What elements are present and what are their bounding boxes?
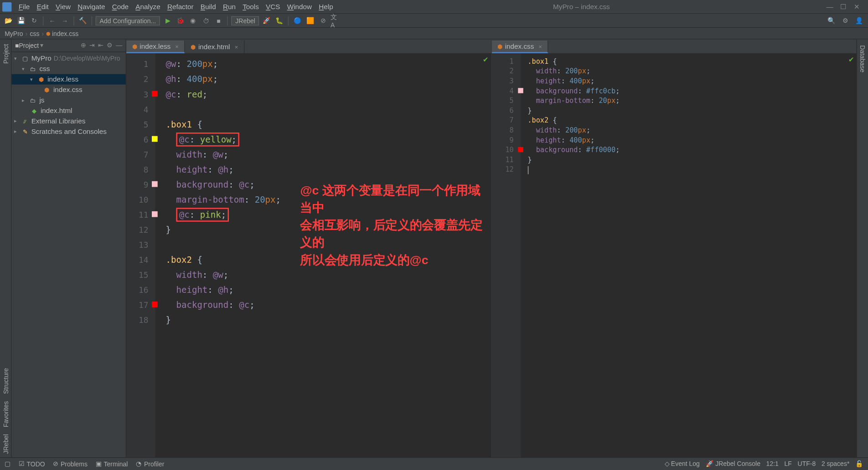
- search-icon[interactable]: 🔍: [826, 15, 837, 26]
- status-event-log[interactable]: ◇ Event Log: [665, 460, 700, 468]
- profile-icon[interactable]: ⏱: [201, 15, 211, 26]
- inspection-ok-icon: ✔: [848, 56, 854, 64]
- jrebel-debug-icon[interactable]: 🐛: [274, 15, 285, 26]
- breadcrumb-item[interactable]: MyPro: [5, 30, 23, 36]
- project-panel-title: Project: [19, 42, 39, 49]
- back-icon[interactable]: ←: [47, 15, 57, 26]
- panel-settings-icon[interactable]: ⚙: [107, 42, 113, 50]
- project-panel: ■ Project▾ ⊕ ⇥ ⇤ ⚙ — ▾▢MyProD:\Develop\W…: [11, 39, 126, 457]
- menu-vcs[interactable]: VCS: [262, 1, 284, 12]
- stop-icon[interactable]: ■: [213, 15, 224, 26]
- favorites-tool-tab[interactable]: Favorites: [2, 401, 9, 427]
- refresh-icon[interactable]: ↻: [29, 15, 40, 26]
- tree-item-scratches[interactable]: ▸✎Scratches and Consoles: [11, 126, 125, 137]
- editor-body-left[interactable]: 123456789101112131415161718 @w: 200px;@h…: [126, 53, 491, 457]
- settings-icon[interactable]: ⚙: [840, 15, 851, 26]
- open-icon[interactable]: 📂: [4, 15, 14, 26]
- forward-icon[interactable]: →: [60, 15, 70, 26]
- avatar-icon[interactable]: 👤: [854, 15, 864, 26]
- jrebel-tool-tab[interactable]: JRebel: [2, 434, 9, 454]
- status-icon[interactable]: ▢: [5, 460, 10, 468]
- status-jrebel-console[interactable]: 🚀 JRebel Console: [706, 460, 760, 468]
- tool-icon-2[interactable]: 🟧: [305, 15, 315, 26]
- tab-index-html[interactable]: ⬢index.html×: [185, 41, 244, 53]
- tab-index-css[interactable]: ⬢index.css×: [491, 41, 548, 53]
- minimize-button[interactable]: —: [826, 3, 833, 11]
- tool-icon-3[interactable]: ⊘: [318, 15, 328, 26]
- tab-index-less[interactable]: ⬢index.less×: [126, 41, 185, 53]
- database-tool-tab[interactable]: Database: [859, 45, 866, 72]
- left-tool-strip: Project Structure Favorites JRebel: [0, 39, 11, 457]
- breadcrumb-item[interactable]: css: [30, 30, 39, 36]
- run-config-dropdown[interactable]: Add Configuration...: [96, 16, 160, 25]
- editor-tabs-right: ⬢index.css×: [491, 39, 856, 53]
- menu-view[interactable]: View: [52, 1, 74, 12]
- maximize-button[interactable]: ☐: [840, 3, 847, 11]
- menu-code[interactable]: Code: [108, 1, 132, 12]
- editor-left: ⬢index.less×⬢index.html× 123456789101112…: [126, 39, 491, 457]
- status-todo[interactable]: ☑ TODO: [19, 460, 45, 468]
- menu-run[interactable]: Run: [219, 1, 239, 12]
- editor-tabs-left: ⬢index.less×⬢index.html×: [126, 39, 491, 53]
- jrebel-run-icon[interactable]: 🚀: [262, 15, 272, 26]
- annotation-text: @c 这两个变量是在同一个作用域当中 会相互影响，后定义的会覆盖先定义的 所以会…: [300, 182, 491, 269]
- close-button[interactable]: ✕: [854, 3, 861, 11]
- expand-icon[interactable]: ⇥: [89, 42, 94, 50]
- menu-build[interactable]: Build: [197, 1, 219, 12]
- status-encoding[interactable]: UTF-8: [798, 460, 816, 468]
- status-profiler[interactable]: ◔ Profiler: [136, 460, 164, 468]
- menu-tools[interactable]: Tools: [239, 1, 263, 12]
- ide-logo-icon: [2, 2, 11, 11]
- menu-refactor[interactable]: Refactor: [164, 1, 197, 12]
- window-title: MyPro – index.css: [336, 3, 826, 11]
- project-tree[interactable]: ▾▢MyProD:\Develop\Web\MyPro ▾🗀css ▾⬢inde…: [11, 52, 125, 457]
- close-tab-icon[interactable]: ×: [538, 43, 542, 50]
- inspection-ok-icon: ✔: [483, 56, 489, 64]
- structure-tool-tab[interactable]: Structure: [2, 368, 9, 394]
- menubar: FileEditViewNavigateCodeAnalyzeRefactorB…: [0, 0, 868, 14]
- status-lock-icon[interactable]: 🔓: [855, 460, 863, 468]
- translate-icon[interactable]: 文A: [331, 15, 341, 26]
- coverage-icon[interactable]: ◉: [188, 15, 198, 26]
- build-icon[interactable]: 🔨: [78, 15, 88, 26]
- statusbar: ▢ ☑ TODO ⊘ Problems ▣ Terminal ◔ Profile…: [0, 457, 868, 470]
- select-opened-icon[interactable]: ⊕: [81, 42, 86, 50]
- right-tool-strip: Database: [857, 39, 868, 457]
- menu-edit[interactable]: Edit: [33, 1, 52, 12]
- tree-item-index-css[interactable]: ⬢index.css: [11, 85, 125, 95]
- tree-item-index-less[interactable]: ▾⬢index.less: [11, 74, 125, 85]
- jrebel-dropdown[interactable]: JRebel: [231, 16, 259, 25]
- project-tool-tab[interactable]: Project: [2, 44, 9, 64]
- save-icon[interactable]: 💾: [16, 15, 27, 26]
- menu-navigate[interactable]: Navigate: [74, 1, 108, 12]
- menu-help[interactable]: Help: [315, 1, 337, 12]
- menu-analyze[interactable]: Analyze: [132, 1, 164, 12]
- status-terminal[interactable]: ▣ Terminal: [96, 460, 128, 468]
- collapse-icon[interactable]: ⇤: [98, 42, 103, 50]
- toolbar: 📂 💾 ↻ ← → 🔨 Add Configuration... ▶ 🐞 ◉ ⏱…: [0, 14, 868, 28]
- breadcrumb-item[interactable]: index.css: [52, 30, 78, 36]
- status-indent[interactable]: 2 spaces*: [822, 460, 849, 468]
- status-cursor-pos: 12:1: [766, 460, 779, 468]
- close-tab-icon[interactable]: ×: [235, 44, 238, 50]
- hide-panel-icon[interactable]: —: [116, 42, 122, 50]
- close-tab-icon[interactable]: ×: [175, 43, 178, 50]
- editor-right: ⬢index.css× 123456789101112 .box1 { widt…: [491, 39, 856, 457]
- breadcrumb: MyPro › css › ⬢ index.css: [0, 28, 868, 39]
- tool-icon-1[interactable]: 🔵: [292, 15, 303, 26]
- menu-window[interactable]: Window: [284, 1, 315, 12]
- editor-body-right[interactable]: 123456789101112 .box1 { width: 200px; he…: [491, 53, 856, 457]
- menu-file[interactable]: File: [15, 1, 33, 12]
- tree-item-index-html[interactable]: ◆index.html: [11, 105, 125, 116]
- tree-item-ext-libs[interactable]: ▸⫽External Libraries: [11, 116, 125, 126]
- tree-item-js[interactable]: ▸🗀js: [11, 95, 125, 105]
- debug-icon[interactable]: 🐞: [175, 15, 186, 26]
- run-icon[interactable]: ▶: [162, 15, 173, 26]
- status-line-sep[interactable]: LF: [785, 460, 792, 468]
- status-problems[interactable]: ⊘ Problems: [53, 460, 88, 468]
